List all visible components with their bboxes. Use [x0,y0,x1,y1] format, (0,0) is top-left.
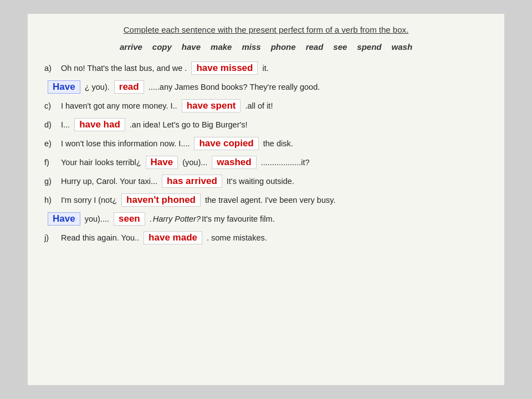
plain-text: ..................it? [261,158,310,167]
word-box-item: copy [152,42,172,52]
plain-text: . some mistakes. [207,233,267,242]
instruction: Complete each sentence with the present … [44,25,488,34]
answer-text: Have [146,156,178,169]
sentence-row: e)I won't lose this information now. I..… [44,137,488,150]
worksheet: Complete each sentence with the present … [28,14,504,385]
plain-text: it. [262,64,268,73]
plain-text: Read this again. You.. [61,233,139,242]
plain-text: . [150,214,152,223]
plain-text: Your hair looks terribl¿ [61,158,141,167]
sentence-label: h) [44,196,60,204]
plain-text: ¿ you). [85,83,110,91]
plain-text: the disk. [263,139,293,148]
plain-text: I'm sorry I (not¿ [61,196,117,204]
plain-text: I haven't got any more money. I.. [61,101,177,110]
plain-text: It's waiting outside. [227,177,294,186]
answer-text: read [114,80,144,94]
plain-text: Hurry up, Carol. Your taxi... [61,177,157,186]
word-box-item: miss [242,42,260,52]
italic-text: Harry Potter? [153,214,201,223]
answer-text: has arrived [162,175,222,188]
sentence-label: f) [44,158,60,167]
answer-text: seen [114,212,145,226]
plain-text: .....any James Bond books? They're reall… [149,83,320,91]
sentence-row: g)Hurry up, Carol. Your taxi...has arriv… [44,175,488,188]
sentence-label: e) [44,139,60,148]
answer-text-blue: Have [48,80,80,94]
sentence-row: c)I haven't got any more money. I..have … [44,99,488,112]
word-box-item: make [211,42,232,52]
plain-text: you).... [85,214,109,223]
sentence-row: Haveyou)....seen.Harry Potter?It's my fa… [44,212,488,226]
word-box-item: spend [357,42,381,52]
answer-text: have spent [182,99,241,112]
answer-text: have had [74,118,125,131]
sentence-label: c) [44,101,60,110]
plain-text: I won't lose this information now. I.... [61,139,190,148]
word-box-item: have [182,42,201,52]
sentence-label: a) [44,64,60,73]
sentence-row: a)Oh no! That's the last bus, and we .ha… [44,62,488,75]
sentences-container: a)Oh no! That's the last bus, and we .ha… [44,62,488,244]
plain-text: .all of it! [245,101,273,110]
answer-text: have copied [194,137,258,150]
sentence-row: d)I...have had.an idea! Let's go to Big … [44,118,488,131]
answer-text: haven't phoned [121,193,201,207]
plain-text: It's my favourite film. [202,214,275,223]
sentence-label: g) [44,177,60,186]
sentence-label: j) [44,233,60,242]
answer-text: have missed [191,62,258,75]
word-box-item: phone [271,42,296,52]
word-box-item: read [306,42,324,52]
sentence-row: j)Read this again. You..have made. some … [44,231,488,244]
answer-text: washed [212,156,256,169]
word-box-item: wash [392,42,413,52]
sentence-label: d) [44,120,60,129]
sentence-row: f)Your hair looks terribl¿Have(you)...wa… [44,156,488,169]
sentence-row: Have¿ you).read.....any James Bond books… [44,80,488,94]
plain-text: .an idea! Let's go to Big Burger's! [130,120,248,129]
plain-text: Oh no! That's the last bus, and we . [61,64,187,73]
plain-text: the travel agent. I've been very busy. [205,196,335,204]
answer-text-blue: Have [48,212,80,226]
answer-text: have made [144,231,202,244]
word-box-item: arrive [120,42,142,52]
sentence-row: h)I'm sorry I (not¿haven't phonedthe tra… [44,193,488,207]
plain-text: (you)... [182,158,207,167]
word-box: arrivecopyhavemakemissphonereadseespendw… [44,42,488,52]
word-box-item: see [333,42,347,52]
plain-text: I... [61,120,70,129]
